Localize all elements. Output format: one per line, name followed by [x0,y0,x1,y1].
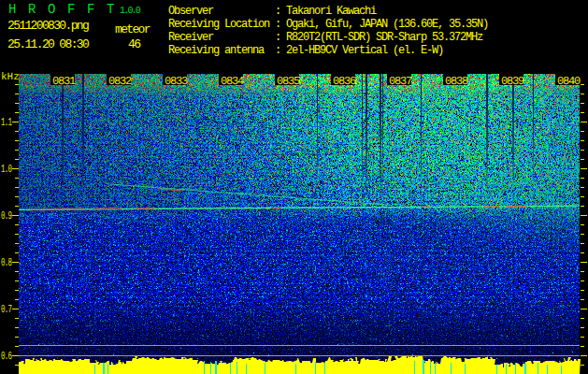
svg-text:0839: 0839 [501,75,524,88]
svg-text:0831: 0831 [52,75,76,88]
svg-text:1.1: 1.1 [1,116,12,129]
svg-text:0840: 0840 [557,75,581,88]
svg-text:0.9: 0.9 [1,209,12,223]
svg-text:0836: 0836 [333,75,356,88]
svg-text:0838: 0838 [445,75,468,88]
svg-text:0834: 0834 [221,75,244,88]
svg-text:0.8: 0.8 [1,256,12,269]
svg-text:0.7: 0.7 [1,303,12,316]
svg-text:0832: 0832 [108,75,132,88]
svg-text:0835: 0835 [277,75,300,88]
svg-text:0837: 0837 [389,75,412,88]
svg-text:1.0: 1.0 [1,163,12,176]
svg-text:0.6: 0.6 [1,350,12,363]
svg-text:kHz: kHz [1,72,20,83]
svg-text:0833: 0833 [165,75,188,88]
